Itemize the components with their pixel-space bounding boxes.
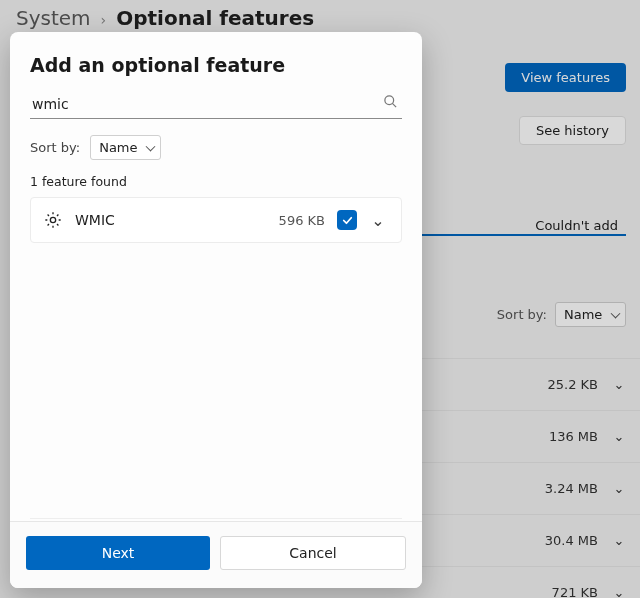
cancel-button[interactable]: Cancel <box>220 536 406 570</box>
search-icon <box>383 94 398 109</box>
dialog-sort-select[interactable]: Name <box>90 135 161 160</box>
svg-line-1 <box>392 103 396 107</box>
svg-point-2 <box>50 217 55 222</box>
next-button[interactable]: Next <box>26 536 210 570</box>
gear-icon <box>43 210 63 230</box>
add-feature-dialog: Add an optional feature Sort by: Name 1 … <box>10 32 422 588</box>
dialog-title: Add an optional feature <box>30 54 402 76</box>
found-label: 1 feature found <box>30 174 402 189</box>
dialog-sort-label: Sort by: <box>30 140 80 155</box>
svg-point-0 <box>385 96 394 105</box>
chevron-down-icon[interactable]: ⌄ <box>369 211 387 230</box>
feature-item-wmic[interactable]: WMIC 596 KB ⌄ <box>30 197 402 243</box>
feature-checkbox[interactable] <box>337 210 357 230</box>
dialog-sort-row: Sort by: Name <box>30 135 402 160</box>
feature-size: 596 KB <box>279 213 325 228</box>
search-input[interactable] <box>30 92 402 118</box>
feature-name: WMIC <box>75 212 267 228</box>
